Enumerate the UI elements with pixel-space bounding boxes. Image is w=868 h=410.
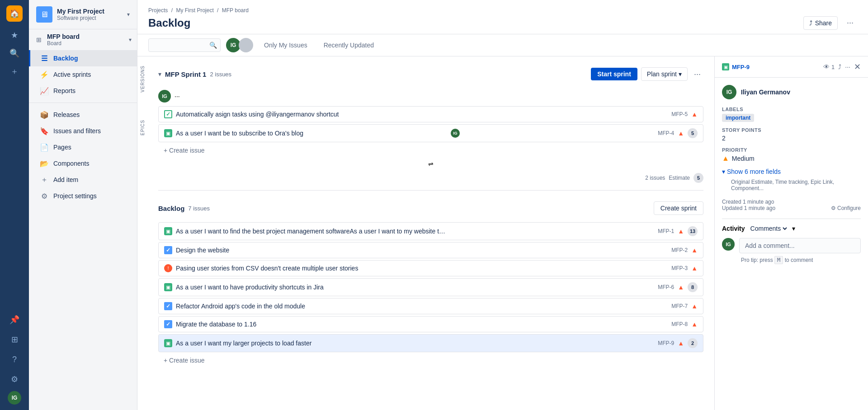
sidebar-item-issues-filters[interactable]: 🔖 Issues and filters — [29, 123, 137, 139]
backlog-issue-row-mfp3[interactable]: ! Pasing user stories from CSV doesn't c… — [158, 260, 703, 276]
toolbar: 🔍 IG Only My Issues Recently Updated — [137, 34, 868, 56]
create-sprint-button[interactable]: Create sprint — [654, 201, 703, 215]
more-panel-icon[interactable]: ··· — [845, 63, 850, 70]
issue-summary-mfp2: Design the website — [176, 247, 447, 254]
pro-tip-text: Pro tip: press — [741, 257, 773, 263]
watch-button[interactable]: 👁 1 — [823, 63, 835, 70]
board-icon: ⊞ — [34, 35, 43, 44]
sprint-header: ▾ MFP Sprint 1 2 issues Start sprint Pla… — [158, 64, 703, 84]
backlog-scrollable: ▾ MFP Sprint 1 2 issues Start sprint Pla… — [147, 56, 714, 410]
search-icon[interactable]: 🔍 — [6, 45, 23, 61]
watch-count: 1 — [831, 64, 835, 70]
plan-sprint-button[interactable]: Plan sprint ▾ — [641, 67, 688, 81]
sprint-more-button[interactable]: ··· — [691, 68, 703, 81]
add-icon[interactable]: ＋ — [6, 63, 23, 79]
breadcrumb-projects[interactable]: Projects — [148, 7, 168, 14]
sidebar-item-backlog[interactable]: ☰ Backlog — [29, 50, 137, 66]
priority-arrow-icon: ▲ — [722, 154, 729, 163]
issue-summary-mfp3: Pasing user stories from CSV doesn't cre… — [176, 265, 447, 272]
sprint-count: 2 issues — [210, 71, 231, 78]
sprint-ellipsis: ··· — [175, 93, 180, 100]
user-avatar[interactable]: IG — [8, 391, 21, 405]
settings-icon[interactable]: ⚙ — [6, 371, 23, 387]
comments-chevron-icon: ▾ — [792, 225, 795, 232]
grid-icon[interactable]: ⊞ — [6, 331, 23, 348]
more-options-button[interactable]: ··· — [843, 15, 857, 30]
story-points-mfp9: 2 — [688, 338, 698, 348]
comment-input[interactable]: Add a comment... — [739, 238, 861, 253]
story-points-value[interactable]: 2 — [722, 135, 861, 142]
search-icon[interactable]: 🔍 — [209, 42, 217, 49]
backlog-icon: ☰ — [40, 54, 49, 63]
pro-tip-key: M — [774, 256, 783, 264]
pro-tip: Pro tip: press M to comment — [741, 257, 861, 263]
sprint-issue-row-mfp5[interactable]: Automatically asign tasks using @iliyang… — [158, 106, 703, 122]
comments-select[interactable]: Comments — [749, 224, 788, 233]
share-panel-icon[interactable]: ⤴ — [838, 63, 841, 70]
start-sprint-button[interactable]: Start sprint — [591, 68, 637, 80]
only-my-issues-button[interactable]: Only My Issues — [259, 39, 313, 51]
backlog-issue-row-mfp1[interactable]: ▣ As a user I want to find the best proj… — [158, 222, 703, 240]
active-sprints-icon: ⚡ — [40, 70, 49, 79]
comment-row: IG Add a comment... — [722, 238, 861, 253]
sidebar-item-components[interactable]: 📂 Components — [29, 155, 137, 172]
sprint-chevron-icon[interactable]: ▾ — [158, 70, 161, 78]
help-icon[interactable]: ? — [6, 351, 23, 368]
share-button[interactable]: ⤴ Share — [803, 16, 838, 30]
drag-handle-icon: ⇌ — [428, 160, 434, 168]
backlog-issue-row-mfp8[interactable]: Migrate the database to 1.16 MFP-8 ▲ — [158, 316, 703, 332]
label-value[interactable]: important — [722, 114, 754, 122]
backlog-issue-row-mfp7[interactable]: Refactor Android app's code in the old m… — [158, 298, 703, 314]
separator: ⇌ — [158, 157, 703, 171]
issue-summary-mfp7: Refactor Android app's code in the old m… — [176, 303, 447, 310]
backlog-issue-row-mfp9[interactable]: ▣ As a user I want my larger projects to… — [158, 334, 703, 352]
avatar-other[interactable] — [239, 38, 253, 52]
sidebar-item-add-item[interactable]: ＋ Add item — [29, 172, 137, 188]
sidebar-nav: ☰ Backlog ⚡ Active sprints 📈 Reports — [29, 50, 137, 99]
app-logo[interactable]: 🏠 — [6, 5, 23, 22]
project-type: Software project — [57, 15, 104, 21]
priority-row: ▲ Medium — [722, 154, 861, 163]
configure-link[interactable]: ⚙ Configure — [831, 205, 861, 211]
backlog-issue-row-mfp6[interactable]: ▣ As a user I want to have productivity … — [158, 278, 703, 296]
created-timestamp: Created 1 minute ago — [722, 199, 861, 205]
share-label: Share — [815, 19, 832, 27]
issue-id-mfp1: MFP-1 — [658, 228, 674, 234]
breadcrumb-project[interactable]: My First Project — [176, 7, 213, 14]
sprint-footer: 2 issues Estimate 5 — [158, 171, 703, 191]
priority-icon-mfp9: ▲ — [678, 340, 684, 347]
sidebar-item-pages[interactable]: 📄 Pages — [29, 139, 137, 155]
sidebar-item-label: Active sprints — [53, 71, 91, 78]
pin-icon[interactable]: 📌 — [6, 312, 23, 328]
search-box: 🔍 — [148, 38, 221, 52]
assignee-name: Iliyan Germanov — [741, 89, 790, 96]
backlog-create-issue[interactable]: + Create issue — [158, 354, 703, 367]
task-checkbox-mfp5[interactable] — [164, 110, 172, 118]
recently-updated-button[interactable]: Recently Updated — [318, 39, 379, 51]
breadcrumb-board[interactable]: MFP board — [222, 7, 249, 14]
sidebar-item-project-settings[interactable]: ⚙ Project settings — [29, 188, 137, 204]
star-icon[interactable]: ★ — [6, 27, 23, 43]
priority-icon-mfp5: ▲ — [691, 111, 698, 118]
sidebar-item-reports[interactable]: 📈 Reports — [29, 83, 137, 99]
story-points-mfp4: 5 — [688, 128, 698, 138]
sprint-issue-row-mfp4[interactable]: ▣ As a user I want be to subscribe to Or… — [158, 124, 703, 142]
sidebar: 🖥 My First Project Software project ▾ ⊞ … — [29, 0, 137, 410]
labels-field-title: LABELS — [722, 107, 861, 112]
issue-tag-id[interactable]: MFP-9 — [732, 64, 750, 70]
project-header[interactable]: 🖥 My First Project Software project ▾ — [29, 0, 137, 29]
backlog-content: VERSIONS EPICS ▾ MFP Sprint 1 2 issues S… — [137, 56, 868, 410]
backlog-issue-row-mfp2[interactable]: Design the website MFP-2 ▲ — [158, 242, 703, 258]
sidebar-item-label: Reports — [53, 87, 75, 94]
sprint-create-issue[interactable]: + Create issue — [158, 144, 703, 157]
timestamps: Created 1 minute ago Updated 1 minute ag… — [722, 199, 861, 211]
sprint-avatar[interactable]: IG — [158, 90, 171, 102]
project-settings-icon: ⚙ — [40, 191, 49, 200]
backlog-count: 7 issues — [188, 205, 210, 212]
sidebar-item-releases[interactable]: 📦 Releases — [29, 107, 137, 123]
board-name: MFP board — [47, 33, 80, 40]
sidebar-item-active-sprints[interactable]: ⚡ Active sprints — [29, 66, 137, 83]
board-section[interactable]: ⊞ MFP board Board ▾ — [29, 29, 137, 50]
close-panel-button[interactable]: ✕ — [854, 62, 861, 72]
show-more-fields-button[interactable]: ▾ Show 6 more fields — [722, 168, 861, 175]
